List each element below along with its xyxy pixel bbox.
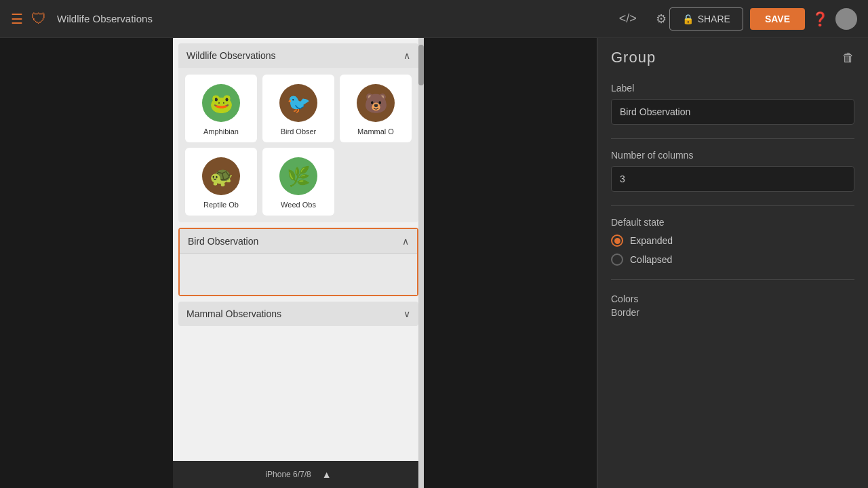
device-label: iPhone 6/7/8 xyxy=(265,470,311,479)
right-panel-header: Group 🗑 xyxy=(611,49,854,66)
divider xyxy=(611,279,854,280)
mammal-label: Mammal O xyxy=(357,127,394,136)
save-button[interactable]: SAVE xyxy=(750,8,805,30)
divider xyxy=(611,138,854,139)
colors-section: Colors Border xyxy=(611,293,854,318)
columns-property: Number of columns xyxy=(611,150,854,192)
bird-icon: 🐦 xyxy=(279,84,317,122)
settings-button[interactable]: ⚙ xyxy=(653,9,669,29)
mammal-icon: 🐻 xyxy=(357,84,395,122)
wildlife-grid: 🐸 Amphibian 🐦 Bird Obser 🐻 Mammal O xyxy=(178,68,418,222)
list-item[interactable]: 🐻 Mammal O xyxy=(340,75,412,142)
collapsed-radio[interactable] xyxy=(611,253,623,266)
mammal-observations-group: Mammal Observations ∨ xyxy=(178,302,418,326)
menu-icon[interactable]: ☰ xyxy=(11,11,23,27)
topbar-center: </> ⚙ xyxy=(616,9,669,29)
wildlife-group-header[interactable]: Wildlife Observations ∧ xyxy=(178,43,418,68)
label-property: Label xyxy=(611,83,854,125)
avatar[interactable] xyxy=(835,8,857,30)
label-field-label: Label xyxy=(611,83,854,94)
topbar: ☰ 🛡 Wildlife Observations </> ⚙ 🔒 SHARE … xyxy=(0,0,868,38)
default-state-property: Default state Expanded Collapsed xyxy=(611,217,854,266)
weed-icon: 🌿 xyxy=(279,157,317,195)
share-button[interactable]: 🔒 SHARE xyxy=(669,7,743,30)
expand-icon[interactable]: ▲ xyxy=(322,469,332,480)
wildlife-observations-group: Wildlife Observations ∧ 🐸 Amphibian 🐦 Bi… xyxy=(178,43,418,222)
chevron-up-icon[interactable]: ∧ xyxy=(403,50,410,61)
weed-label: Weed Obs xyxy=(281,201,316,209)
list-item[interactable]: 🐢 Reptile Ob xyxy=(185,148,257,216)
phone-frame: Wildlife Observations ∧ 🐸 Amphibian 🐦 Bi… xyxy=(173,38,424,488)
bird-observation-group[interactable]: Bird Observation ∧ xyxy=(178,228,418,296)
list-item[interactable]: 🐦 Bird Obser xyxy=(262,75,334,142)
border-label: Border xyxy=(611,307,854,318)
topbar-left: ☰ 🛡 Wildlife Observations xyxy=(11,10,616,28)
wildlife-group-title: Wildlife Observations xyxy=(186,50,276,61)
amphibian-icon: 🐸 xyxy=(202,84,240,122)
phone-content: Wildlife Observations ∧ 🐸 Amphibian 🐦 Bi… xyxy=(173,38,424,461)
default-state-radio-group: Expanded Collapsed xyxy=(611,235,854,266)
expanded-label: Expanded xyxy=(630,235,673,246)
collapsed-option[interactable]: Collapsed xyxy=(611,253,854,266)
mammal-group-title: Mammal Observations xyxy=(186,308,281,319)
columns-input[interactable] xyxy=(611,166,854,192)
colors-label: Colors xyxy=(611,293,854,304)
topbar-right: 🔒 SHARE SAVE ❓ xyxy=(669,7,857,30)
delete-icon[interactable]: 🗑 xyxy=(842,51,854,65)
shield-icon: 🛡 xyxy=(31,10,46,28)
bird-group-header[interactable]: Bird Observation ∧ xyxy=(180,229,417,254)
app-title: Wildlife Observations xyxy=(57,13,153,24)
radio-dot xyxy=(614,238,620,244)
bird-label: Bird Obser xyxy=(281,127,317,136)
columns-label: Number of columns xyxy=(611,150,854,161)
bird-group-content xyxy=(180,254,417,295)
chevron-down-icon[interactable]: ∨ xyxy=(403,308,410,319)
panel-title: Group xyxy=(611,49,656,66)
preview-panel: Wildlife Observations ∧ 🐸 Amphibian 🐦 Bi… xyxy=(0,38,597,488)
label-input[interactable] xyxy=(611,99,854,125)
help-icon[interactable]: ❓ xyxy=(812,11,829,27)
bird-group-title: Bird Observation xyxy=(188,236,258,247)
list-item[interactable]: 🌿 Weed Obs xyxy=(262,148,334,216)
expanded-radio[interactable] xyxy=(611,235,623,247)
reptile-label: Reptile Ob xyxy=(203,201,239,209)
phone-bottom-bar: iPhone 6/7/8 ▲ xyxy=(173,461,424,488)
amphibian-label: Amphibian xyxy=(203,127,239,136)
list-item[interactable]: 🐸 Amphibian xyxy=(185,75,257,142)
expanded-option[interactable]: Expanded xyxy=(611,235,854,247)
chevron-up-icon[interactable]: ∧ xyxy=(402,236,409,247)
default-state-label: Default state xyxy=(611,217,854,228)
scrollbar-thumb xyxy=(418,45,424,85)
divider xyxy=(611,205,854,206)
mammal-group-header[interactable]: Mammal Observations ∨ xyxy=(178,302,418,326)
collapsed-label: Collapsed xyxy=(630,254,672,265)
main-area: Wildlife Observations ∧ 🐸 Amphibian 🐦 Bi… xyxy=(0,38,868,488)
lock-icon: 🔒 xyxy=(682,14,694,24)
code-button[interactable]: </> xyxy=(616,9,639,28)
reptile-icon: 🐢 xyxy=(202,157,240,195)
scrollbar[interactable] xyxy=(418,38,424,488)
right-panel: Group 🗑 Label Number of columns Default … xyxy=(597,38,868,488)
